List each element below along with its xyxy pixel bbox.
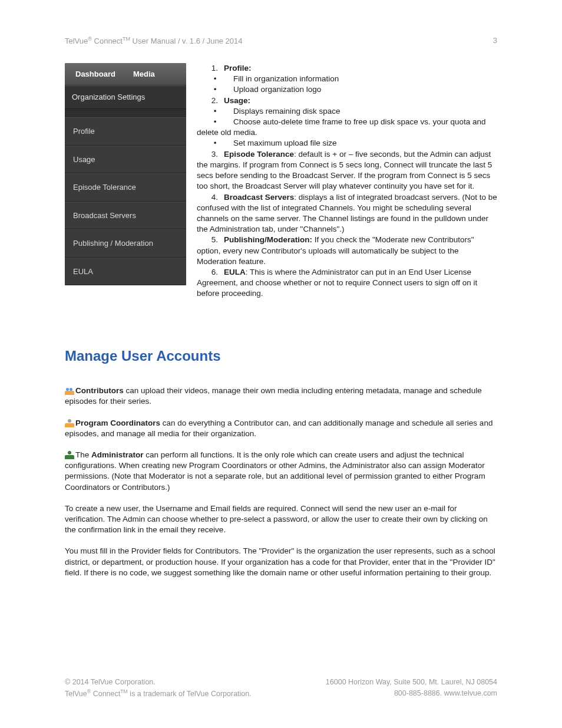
usage-bullet-2-wrap: •Choose auto-delete time frame to free u… bbox=[197, 117, 497, 138]
role-program-coordinators: Program Coordinators can do everything a… bbox=[65, 418, 497, 439]
contributors-icon bbox=[65, 387, 74, 395]
footer-product: Connect bbox=[91, 690, 120, 698]
sidebar-item-eula: EULA bbox=[65, 258, 186, 286]
footer-brand: TelVue bbox=[65, 690, 87, 698]
sidebar-section-heading: Organization Settings bbox=[65, 85, 186, 109]
bullet-icon: • bbox=[197, 138, 233, 149]
header-version: User Manual / v. 1.6 / June 2014 bbox=[130, 37, 243, 45]
item-eula-label: EULA bbox=[224, 268, 246, 276]
footer-contact: 800-885-8886. www.telvue.com bbox=[326, 688, 497, 699]
sidebar-item-usage: Usage bbox=[65, 146, 186, 174]
bullet-icon: • bbox=[197, 74, 233, 84]
list-number: 2. bbox=[197, 95, 224, 106]
footer-address: 16000 Horizon Way, Suite 500, Mt. Laurel… bbox=[326, 677, 497, 688]
item-episode-tolerance: 3.Episode Tolerance: default is + or – f… bbox=[197, 149, 497, 192]
list-number: 4. bbox=[197, 192, 224, 203]
sidebar-tab-dashboard: Dashboard bbox=[75, 69, 115, 80]
profile-bullet-1: Fill in organization information bbox=[233, 74, 339, 84]
header-brand: TelVue bbox=[65, 37, 88, 45]
footer-trademark: TelVue® ConnectTM is a trademark of TelV… bbox=[65, 688, 252, 700]
provider-paragraph: You must fill in the Provider fields for… bbox=[65, 546, 497, 578]
header-title: TelVue® ConnectTM User Manual / v. 1.6 /… bbox=[65, 35, 243, 47]
item-episode-tolerance-label: Episode Tolerance bbox=[224, 150, 294, 159]
sidebar-item-episode-tolerance: Episode Tolerance bbox=[65, 173, 186, 202]
list-number: 3. bbox=[197, 149, 224, 160]
bullet-icon: • bbox=[197, 106, 233, 117]
item-eula: 6.EULA: This is where the Administrator … bbox=[197, 267, 497, 299]
item-broadcast-servers-label: Broadcast Servers bbox=[224, 193, 294, 202]
sidebar-item-profile: Profile bbox=[65, 117, 186, 146]
item-publishing-moderation: 5.Publishing/Moderation: If you check th… bbox=[197, 235, 497, 267]
usage-bullet-3: Set maximum upload file size bbox=[233, 138, 337, 149]
list-number: 1. bbox=[197, 63, 224, 74]
item-broadcast-servers: 4.Broadcast Servers: displays a list of … bbox=[197, 192, 497, 235]
administrator-icon bbox=[65, 451, 74, 459]
footer-trademark-text: is a trademark of TelVue Corporation. bbox=[128, 690, 252, 698]
role-admin-label: Administrator bbox=[91, 450, 144, 459]
create-user-paragraph: To create a new user, the Username and E… bbox=[65, 503, 497, 536]
profile-bullet-2: Upload organization logo bbox=[233, 84, 321, 95]
item-publishing-moderation-label: Publishing/Moderation: bbox=[224, 235, 312, 244]
role-contributors-label: Contributors bbox=[75, 386, 124, 395]
usage-bullet-1: Displays remaining disk space bbox=[233, 106, 340, 117]
footer-copyright: © 2014 TelVue Corporation. bbox=[65, 677, 252, 688]
item-usage-label: Usage: bbox=[224, 96, 250, 105]
sidebar-item-publishing-moderation: Publishing / Moderation bbox=[65, 229, 186, 258]
trademark-mark: TM bbox=[120, 689, 128, 694]
settings-description-list: 1. Profile: •Fill in organization inform… bbox=[197, 63, 497, 299]
section-manage-user-accounts: Manage User Accounts bbox=[65, 347, 497, 365]
sidebar-tab-media: Media bbox=[133, 69, 155, 80]
sidebar-screenshot: Dashboard Media Organization Settings Pr… bbox=[65, 63, 186, 299]
list-number: 5. bbox=[197, 235, 224, 245]
usage-bullet-2: Choose auto-delete time frame to free up… bbox=[197, 117, 486, 137]
page-number: 3 bbox=[493, 35, 497, 47]
program-coordinator-icon bbox=[65, 419, 74, 427]
role-pc-label: Program Coordinators bbox=[75, 419, 160, 427]
role-contributors: Contributors can upload their videos, ma… bbox=[65, 386, 497, 407]
role-contributors-text: can upload their videos, manage their ow… bbox=[65, 386, 482, 406]
bullet-icon: • bbox=[197, 84, 233, 95]
footer-website-link[interactable]: www.telvue.com bbox=[444, 689, 497, 697]
list-number: 6. bbox=[197, 267, 224, 278]
registered-mark: ® bbox=[88, 36, 92, 42]
role-admin-pre: The bbox=[75, 450, 91, 459]
item-profile-label: Profile: bbox=[224, 64, 252, 73]
header-product: Connect bbox=[92, 37, 123, 45]
page-header: TelVue® ConnectTM User Manual / v. 1.6 /… bbox=[65, 35, 497, 47]
footer-phone: 800-885-8886. bbox=[394, 689, 444, 697]
trademark-mark: TM bbox=[123, 36, 130, 42]
page-footer: © 2014 TelVue Corporation. TelVue® Conne… bbox=[65, 677, 497, 700]
role-administrator: The Administrator can perform all functi… bbox=[65, 450, 497, 493]
sidebar-item-broadcast-servers: Broadcast Servers bbox=[65, 202, 186, 230]
